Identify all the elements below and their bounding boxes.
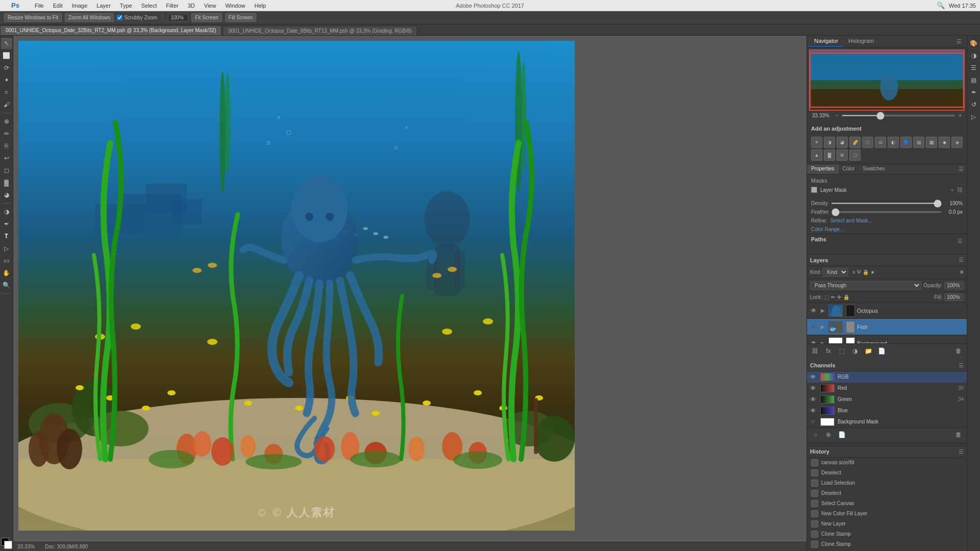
doc-tab-2[interactable]: 0001_UNHIDE_Octopus_Date_8Bits_RT13_MM.p… <box>223 26 417 35</box>
menu-image[interactable]: Image <box>68 2 92 10</box>
actions-panel-btn[interactable]: ▷ <box>968 111 979 122</box>
adj-vibrance[interactable]: 🌈 <box>849 137 861 148</box>
add-mask-btn[interactable]: ⬚ <box>837 346 847 356</box>
lock-pixels-icon[interactable]: ✏ <box>831 294 835 300</box>
adj-photo-filter[interactable]: 🔵 <box>900 137 912 148</box>
history-panel-btn[interactable]: ↺ <box>968 99 979 110</box>
add-style-btn[interactable]: fx <box>823 346 834 356</box>
adj-curves[interactable]: ◑ <box>824 137 835 148</box>
zoom-in-icon[interactable]: + <box>959 113 962 118</box>
menu-type[interactable]: Type <box>116 2 136 10</box>
gradient-tool[interactable]: ▓ <box>1 177 12 188</box>
history-item-4[interactable]: Select Canvas <box>807 498 967 509</box>
adj-invert[interactable]: ◆ <box>939 137 950 148</box>
layer-fish[interactable]: 👁 ▶ 🐟 Fish <box>807 319 967 335</box>
tab-swatches[interactable]: Swatches <box>859 164 889 174</box>
adjustments-panel-btn[interactable]: ◑ <box>968 50 979 61</box>
menu-view[interactable]: View <box>200 2 220 10</box>
menu-help[interactable]: Help <box>251 2 271 10</box>
channel-rgb[interactable]: 👁 RGB <box>807 371 967 383</box>
new-group-btn[interactable]: 📁 <box>863 346 873 356</box>
clone-stamp-tool[interactable]: ⎘ <box>1 140 12 152</box>
layer-fish-visibility[interactable]: 👁 <box>810 323 817 331</box>
background-color[interactable] <box>4 541 12 549</box>
crop-tool[interactable]: ⌗ <box>1 87 12 98</box>
fill-input[interactable] <box>944 293 964 301</box>
channels-panel-btn[interactable]: ▤ <box>968 74 979 86</box>
menu-select[interactable]: Select <box>137 2 161 10</box>
hand-tool[interactable]: ✋ <box>1 267 12 279</box>
eraser-tool[interactable]: ◻ <box>1 165 12 176</box>
zoom-out-icon[interactable]: − <box>836 113 839 118</box>
channel-red-eye[interactable]: 👁 <box>810 385 817 392</box>
history-item-2[interactable]: Load Selection <box>807 478 967 488</box>
move-tool[interactable]: ↖ <box>1 38 12 49</box>
paths-menu-icon[interactable]: ☰ <box>958 238 963 244</box>
menu-window[interactable]: Window <box>221 2 249 10</box>
channel-green[interactable]: 👁 Green 34 <box>807 394 967 405</box>
healing-brush-tool[interactable]: ⊕ <box>1 116 12 127</box>
panel-menu-icon[interactable]: ☰ <box>953 36 965 47</box>
adj-black-white[interactable]: ◐ <box>888 137 899 148</box>
quick-select-tool[interactable]: ✦ <box>1 74 12 86</box>
doc-tab-1[interactable]: 0001_UNHIDE_Octopus_Date_32Bits_RT2_MM.p… <box>0 26 222 35</box>
nav-zoom-slider[interactable] <box>842 115 955 116</box>
shape-tool[interactable]: ▭ <box>1 255 12 266</box>
adj-color-lookup[interactable]: ▦ <box>926 137 937 148</box>
history-item-5[interactable]: New Color Fill Layer <box>807 509 967 519</box>
tab-histogram[interactable]: Histogram <box>843 36 879 47</box>
channel-blue[interactable]: 👁 Blue <box>807 405 967 416</box>
adj-color-balance[interactable]: ⚖ <box>875 137 886 148</box>
properties-menu-icon[interactable]: ☰ <box>955 164 967 174</box>
adj-threshold[interactable]: ▲ <box>811 149 822 161</box>
menu-filter[interactable]: Filter <box>162 2 182 10</box>
delete-channel-btn[interactable]: 🗑 <box>953 430 964 440</box>
channel-rgb-eye[interactable]: 👁 <box>810 373 817 381</box>
select-mask-btn[interactable]: Select and Mask... <box>830 218 872 223</box>
zoom-tool[interactable]: 🔍 <box>1 280 12 291</box>
adj-other[interactable]: ◻ <box>849 149 861 161</box>
adj-channel-mixer[interactable]: ▤ <box>913 137 924 148</box>
brush-tool[interactable]: ✏ <box>1 128 12 139</box>
history-item-3[interactable]: Deselect <box>807 488 967 498</box>
channel-bg-mask[interactable]: 👁 Background Mask <box>807 416 967 428</box>
marquee-tool[interactable]: ⬜ <box>1 50 12 61</box>
resize-windows-btn[interactable]: Resize Windows to Fit <box>4 13 62 22</box>
adj-brightness[interactable]: ☀ <box>811 137 822 148</box>
adj-exposure[interactable]: ◕ <box>837 137 848 148</box>
history-brush-tool[interactable]: ↩ <box>1 153 12 164</box>
dodge-tool[interactable]: ◑ <box>1 206 12 217</box>
fit-screen-btn[interactable]: Fit Screen <box>191 13 222 22</box>
channel-to-selection-btn[interactable]: ○ <box>810 430 820 440</box>
menu-layer[interactable]: Layer <box>92 2 115 10</box>
layer-background[interactable]: 👁 ▶ Background <box>807 335 967 343</box>
path-select-tool[interactable]: ▷ <box>1 243 12 254</box>
new-layer-btn[interactable]: 📄 <box>876 346 887 356</box>
search-icon[interactable]: 🔍 <box>937 2 945 9</box>
menu-3d[interactable]: 3D <box>184 2 199 10</box>
adj-gradient-map[interactable]: ▓ <box>824 149 835 161</box>
zoom-all-windows-btn[interactable]: Zoom All Windows <box>65 13 114 22</box>
delete-layer-btn[interactable]: 🗑 <box>953 346 964 356</box>
history-item-6[interactable]: New Layer <box>807 519 967 529</box>
zoom-input[interactable] <box>168 14 188 21</box>
color-panel-btn[interactable]: 🎨 <box>968 38 979 49</box>
adj-posterize[interactable]: ◈ <box>951 137 963 148</box>
feather-slider[interactable] <box>831 211 942 213</box>
lock-position-icon[interactable]: ✛ <box>837 294 841 300</box>
fg-bg-colors[interactable] <box>1 538 12 549</box>
history-item-7[interactable]: Clone Stamp <box>807 529 967 539</box>
layers-menu-icon[interactable]: ☰ <box>959 257 964 263</box>
layer-octopus-visibility[interactable]: 👁 <box>810 307 817 314</box>
menu-file[interactable]: File <box>31 2 48 10</box>
paths-panel-btn[interactable]: ✒ <box>968 87 979 98</box>
tab-navigator[interactable]: Navigator <box>809 36 843 47</box>
selection-to-channel-btn[interactable]: ⊕ <box>823 430 834 440</box>
pen-tool[interactable]: ✒ <box>1 218 12 230</box>
kind-dropdown[interactable]: Kind <box>822 268 848 277</box>
main-canvas[interactable]: © © 人人素材 <box>18 41 575 531</box>
channels-menu-icon[interactable]: ☰ <box>959 362 964 369</box>
mask-add-btn[interactable]: + <box>951 187 954 193</box>
history-item-8[interactable]: Clone Stamp <box>807 539 967 549</box>
lock-all-icon[interactable]: 🔒 <box>843 294 849 300</box>
